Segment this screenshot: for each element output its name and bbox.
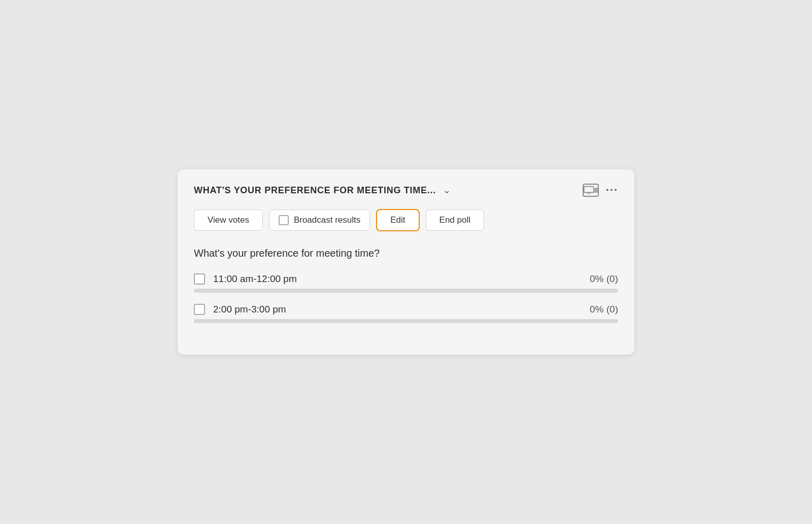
poll-option: 2:00 pm-3:00 pm 0% (0) <box>194 304 618 323</box>
option-label-2: 2:00 pm-3:00 pm <box>213 304 286 315</box>
progress-bar-bg-1 <box>194 289 618 293</box>
option-left: 11:00 am-12:00 pm <box>194 273 297 285</box>
poll-header: WHAT'S YOUR PREFERENCE FOR MEETING TIME.… <box>194 184 618 197</box>
option-checkbox-2[interactable] <box>194 304 205 315</box>
poll-options-list: 11:00 am-12:00 pm 0% (0) 2:00 pm-3:00 pm… <box>194 273 618 323</box>
view-votes-button[interactable]: View votes <box>194 209 263 231</box>
option-label-1: 11:00 am-12:00 pm <box>213 273 297 285</box>
poll-option: 11:00 am-12:00 pm 0% (0) <box>194 273 618 293</box>
svg-rect-0 <box>584 187 593 193</box>
progress-bar-bg-2 <box>194 319 618 323</box>
poll-title: WHAT'S YOUR PREFERENCE FOR MEETING TIME.… <box>194 185 436 196</box>
option-result-1: 0% (0) <box>590 273 618 285</box>
poll-title-row: WHAT'S YOUR PREFERENCE FOR MEETING TIME.… <box>194 185 583 196</box>
option-left: 2:00 pm-3:00 pm <box>194 304 286 315</box>
poll-card: WHAT'S YOUR PREFERENCE FOR MEETING TIME.… <box>178 169 634 355</box>
option-result-2: 0% (0) <box>590 304 618 315</box>
broadcast-results-text: Broadcast results <box>294 215 360 225</box>
broadcast-checkbox[interactable] <box>279 215 289 225</box>
option-checkbox-1[interactable] <box>194 273 205 285</box>
option-row: 2:00 pm-3:00 pm 0% (0) <box>194 304 618 315</box>
option-row: 11:00 am-12:00 pm 0% (0) <box>194 273 618 285</box>
svg-rect-1 <box>587 193 590 194</box>
more-options-icon[interactable]: ··· <box>606 184 618 197</box>
screen-icon[interactable] <box>583 184 599 197</box>
poll-question: What's your preference for meeting time? <box>194 248 618 259</box>
toolbar: View votes Broadcast results Edit End po… <box>194 209 618 231</box>
header-actions: ··· <box>583 184 618 197</box>
end-poll-button[interactable]: End poll <box>426 209 484 231</box>
broadcast-results-label[interactable]: Broadcast results <box>269 209 370 231</box>
edit-button[interactable]: Edit <box>376 209 419 231</box>
chevron-down-icon[interactable]: ⌄ <box>443 185 451 196</box>
